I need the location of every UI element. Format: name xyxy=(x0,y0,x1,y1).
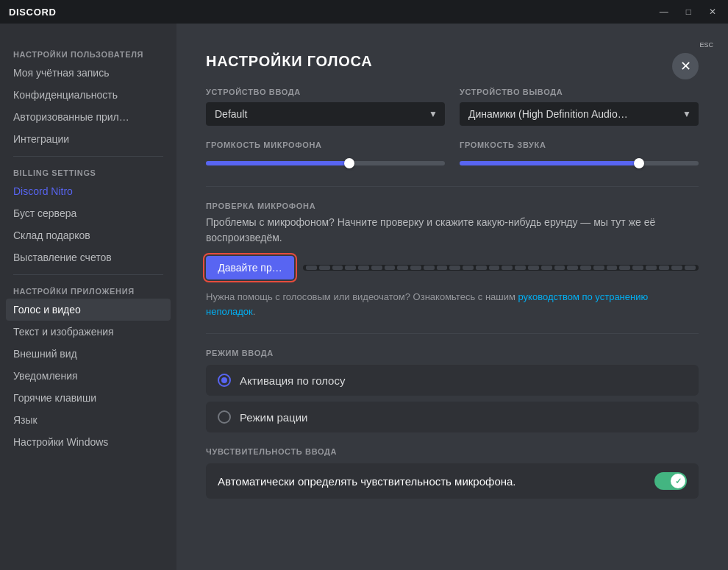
help-text-before: Нужна помощь с голосовым или видеочатом?… xyxy=(206,291,518,302)
sensitivity-toggle[interactable]: ✓ xyxy=(654,472,687,490)
toggle-knob: ✓ xyxy=(671,474,685,488)
app-container: НАСТРОЙКИ ПОЛЬЗОВАТЕЛЯ Моя учётная запис… xyxy=(0,24,728,570)
mic-seg-4 xyxy=(345,266,356,270)
mic-check-desc: Проблемы с микрофоном? Начните проверку … xyxy=(206,215,699,246)
app-title: DISCORD xyxy=(9,7,57,18)
toggle-check-icon: ✓ xyxy=(675,477,682,486)
mic-seg-27 xyxy=(646,266,657,270)
sidebar-divider-2 xyxy=(13,274,163,275)
esc-label: ESC xyxy=(699,41,713,49)
radio-ptt[interactable]: Режим рации xyxy=(206,402,699,432)
input-device-select[interactable]: Default ▼ xyxy=(206,102,445,126)
mic-seg-15 xyxy=(489,266,500,270)
sidebar-item-my-account[interactable]: Моя учётная запись xyxy=(6,62,171,84)
input-mode-title: РЕЖИМ ВВОДА xyxy=(206,349,699,357)
mic-seg-6 xyxy=(371,266,382,270)
volume-settings-row: ГРОМКОСТЬ МИКРОФОНА ГРОМКОСТЬ ЗВУКА xyxy=(206,140,699,171)
sidebar-item-integrations[interactable]: Интеграции xyxy=(6,128,171,150)
mic-level-bar xyxy=(303,265,699,271)
mic-seg-8 xyxy=(397,266,408,270)
help-text: Нужна помощь с голосовым или видеочатом?… xyxy=(206,290,699,318)
mic-seg-20 xyxy=(554,266,565,270)
sidebar-divider-1 xyxy=(13,156,163,157)
radio-voice-activation[interactable]: Активация по голосу xyxy=(206,365,699,396)
mic-seg-11 xyxy=(437,266,448,270)
close-button[interactable]: ✕ xyxy=(672,53,699,79)
titlebar: DISCORD — □ ✕ xyxy=(0,0,728,24)
mic-seg-23 xyxy=(593,266,604,270)
output-device-col: УСТРОЙСТВО ВЫВОДА Динамики (High Definit… xyxy=(460,88,699,126)
mic-seg-17 xyxy=(515,266,526,270)
mic-check-section: ПРОВЕРКА МИКРОФОНА Проблемы с микрофоном… xyxy=(206,202,699,318)
sidebar-item-discord-nitro[interactable]: Discord Nitro xyxy=(6,180,171,202)
sidebar-item-text-images[interactable]: Текст и изображения xyxy=(6,321,171,343)
mic-check-row: Давайте пр… xyxy=(206,256,699,279)
mic-seg-28 xyxy=(659,266,670,270)
sensitivity-title: ЧУВСТВИТЕЛЬНОСТЬ ВВОДА xyxy=(206,447,699,456)
minimize-button[interactable]: — xyxy=(657,5,671,18)
input-device-chevron-icon: ▼ xyxy=(429,109,438,119)
app-settings-section-title: НАСТРОЙКИ ПРИЛОЖЕНИЯ xyxy=(6,281,171,299)
output-device-label: УСТРОЙСТВО ВЫВОДА xyxy=(460,88,699,96)
sound-volume-track xyxy=(460,161,699,165)
close-window-button[interactable]: ✕ xyxy=(706,5,719,18)
sidebar: НАСТРОЙКИ ПОЛЬЗОВАТЕЛЯ Моя учётная запис… xyxy=(0,24,176,570)
mic-seg-24 xyxy=(607,266,618,270)
mic-check-title: ПРОВЕРКА МИКРОФОНА xyxy=(206,202,699,210)
sidebar-item-notifications[interactable]: Уведомления xyxy=(6,365,171,387)
output-device-value: Динамики (High Definition Audio D… xyxy=(468,108,630,120)
mic-seg-26 xyxy=(632,266,643,270)
mic-seg-18 xyxy=(528,266,539,270)
mic-seg-7 xyxy=(385,266,396,270)
device-settings-row: УСТРОЙСТВО ВВОДА Default ▼ УСТРОЙСТВО ВЫ… xyxy=(206,88,699,126)
sidebar-item-billing[interactable]: Выставление счетов xyxy=(6,246,171,268)
sidebar-item-appearance[interactable]: Внешний вид xyxy=(6,343,171,365)
radio-ptt-circle xyxy=(218,410,231,424)
page-title: НАСТРОЙКИ ГОЛОСА xyxy=(206,53,699,70)
maximize-button[interactable]: □ xyxy=(683,5,694,18)
billing-settings-section-title: BILLING SETTINGS xyxy=(6,163,171,180)
divider-2 xyxy=(206,333,699,334)
sidebar-item-server-boost[interactable]: Буст сервера xyxy=(6,202,171,224)
sound-volume-slider[interactable] xyxy=(460,155,699,171)
mic-seg-16 xyxy=(502,266,513,270)
help-text-after: . xyxy=(253,306,256,317)
mic-seg-13 xyxy=(463,266,474,270)
sidebar-item-language[interactable]: Язык xyxy=(6,409,171,431)
sidebar-item-voice-video[interactable]: Голос и видео xyxy=(6,299,171,321)
mic-seg-10 xyxy=(424,266,435,270)
mic-seg-29 xyxy=(671,266,682,270)
window-controls: — □ ✕ xyxy=(657,5,719,18)
input-device-col: УСТРОЙСТВО ВВОДА Default ▼ xyxy=(206,88,445,126)
mic-seg-2 xyxy=(319,266,330,270)
mic-seg-21 xyxy=(567,266,578,270)
input-device-label: УСТРОЙСТВО ВВОДА xyxy=(206,88,445,96)
mic-seg-30 xyxy=(685,266,696,270)
sidebar-item-windows-settings[interactable]: Настройки Windows xyxy=(6,431,171,453)
close-area: ✕ ESC xyxy=(699,38,713,49)
mic-volume-slider[interactable] xyxy=(206,155,445,171)
sensitivity-label: Автоматически определять чувствительност… xyxy=(218,475,516,488)
output-device-chevron-icon: ▼ xyxy=(682,109,691,119)
radio-voice-label: Активация по голосу xyxy=(240,374,345,387)
radio-voice-circle xyxy=(218,374,231,387)
user-settings-section-title: НАСТРОЙКИ ПОЛЬЗОВАТЕЛЯ xyxy=(6,44,171,62)
sidebar-item-authorized-apps[interactable]: Авторизованные прил… xyxy=(6,106,171,128)
mic-seg-9 xyxy=(410,266,421,270)
mic-seg-19 xyxy=(541,266,552,270)
output-device-select[interactable]: Динамики (High Definition Audio D… ▼ xyxy=(460,102,699,126)
sidebar-item-gift-inventory[interactable]: Склад подарков xyxy=(6,224,171,246)
sensitivity-row: Автоматически определять чувствительност… xyxy=(206,463,699,499)
main-content: ✕ ESC НАСТРОЙКИ ГОЛОСА УСТРОЙСТВО ВВОДА … xyxy=(176,24,728,570)
mic-seg-12 xyxy=(449,266,460,270)
divider-1 xyxy=(206,186,699,187)
sensitivity-section: ЧУВСТВИТЕЛЬНОСТЬ ВВОДА Автоматически опр… xyxy=(206,447,699,499)
radio-ptt-label: Режим рации xyxy=(240,411,307,424)
sidebar-item-keybinds[interactable]: Горячие клавиши xyxy=(6,387,171,409)
sound-volume-col: ГРОМКОСТЬ ЗВУКА xyxy=(460,140,699,171)
mic-seg-3 xyxy=(332,266,343,270)
mic-seg-22 xyxy=(580,266,591,270)
sidebar-item-privacy[interactable]: Конфиденциальность xyxy=(6,84,171,106)
mic-seg-5 xyxy=(358,266,369,270)
mic-check-button[interactable]: Давайте пр… xyxy=(206,256,294,279)
